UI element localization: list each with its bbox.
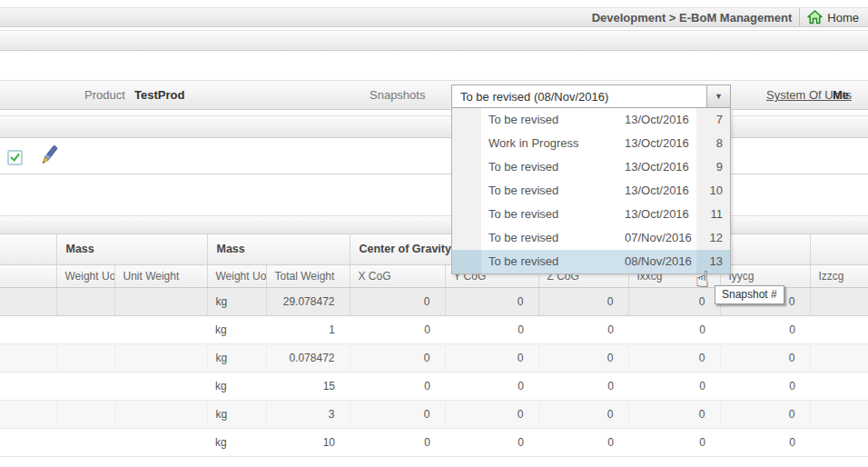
grid-cell[interactable] <box>810 428 868 456</box>
grid-cell[interactable]: 0 <box>538 315 628 343</box>
grid-cell[interactable]: 0 <box>628 315 720 343</box>
grid-cell[interactable]: 0 <box>350 428 445 456</box>
grid-cell[interactable]: 0 <box>720 343 810 372</box>
grid-cell[interactable] <box>114 315 207 343</box>
grid-cell[interactable] <box>114 343 207 372</box>
grid-cell[interactable]: 0 <box>350 400 445 428</box>
grid-cell[interactable]: 0 <box>720 372 810 400</box>
grid-cell[interactable] <box>0 315 56 343</box>
grid-cell[interactable]: kg <box>207 343 266 372</box>
grid-cell[interactable]: 0 <box>538 400 628 428</box>
snapshot-option-number: 7 <box>716 113 723 126</box>
grid-cell[interactable] <box>56 287 114 315</box>
grid-cell[interactable]: 0 <box>350 372 445 400</box>
grid-cell[interactable]: kg <box>207 315 266 343</box>
grid-cell[interactable]: 0 <box>628 400 720 428</box>
grid-cell[interactable] <box>810 287 868 315</box>
topbar-separator <box>799 8 800 26</box>
grid-cell[interactable]: 0 <box>350 287 445 315</box>
breadcrumb[interactable]: Development > E-BoM Management <box>592 11 793 25</box>
grid-cell[interactable]: 0 <box>720 400 810 428</box>
grid-cell[interactable] <box>56 400 114 428</box>
snapshot-option[interactable]: Work in Progress13/Oct/20168 <box>452 132 730 155</box>
snapshot-option-status: To be revised <box>488 160 558 174</box>
grid-cell[interactable]: kg <box>207 400 266 428</box>
grid-cell[interactable]: 0 <box>538 343 628 372</box>
grid-cell[interactable] <box>0 400 56 428</box>
grid-cell[interactable]: 0 <box>538 287 628 315</box>
home-button[interactable]: Home <box>807 10 863 25</box>
grid-cell[interactable]: 0 <box>445 372 538 400</box>
snapshot-option-number: 11 <box>711 207 724 221</box>
snapshot-option-number-column <box>696 155 730 179</box>
snapshot-option[interactable]: To be revised07/Nov/201612 <box>452 226 730 250</box>
grid-cell[interactable]: 10 <box>266 428 350 456</box>
grid-cell[interactable]: 0 <box>445 400 538 428</box>
grid-row[interactable]: kg0.07847200000 <box>0 343 868 372</box>
grid-cell[interactable]: 0 <box>628 343 720 372</box>
grid-cell[interactable]: 0 <box>445 343 538 372</box>
grid-cell[interactable]: 0 <box>445 428 538 456</box>
snapshot-option-status: Work in Progress <box>488 136 578 150</box>
grid-cell[interactable] <box>114 372 207 400</box>
grid-cell[interactable] <box>0 343 56 372</box>
edit-button[interactable] <box>36 142 62 169</box>
measures-label-truncated[interactable]: Me <box>833 88 849 102</box>
grid-cell[interactable]: 0 <box>445 315 538 343</box>
grid-cell[interactable] <box>0 372 56 400</box>
grid-cell[interactable] <box>810 372 868 400</box>
grid-cell[interactable] <box>56 343 114 372</box>
grid-cell[interactable] <box>114 400 207 428</box>
grid-cell[interactable] <box>56 372 114 400</box>
grid-cell[interactable] <box>810 315 868 343</box>
snapshot-option[interactable]: To be revised13/Oct/201611 <box>452 203 730 226</box>
grid-cell[interactable]: 3 <box>266 400 350 428</box>
grid-cell[interactable]: 0 <box>628 372 720 400</box>
grid-cell[interactable]: kg <box>207 372 266 400</box>
grid-cell[interactable] <box>0 287 56 315</box>
grid-column-header[interactable]: Unit Weight <box>114 264 207 287</box>
grid-cell[interactable]: kg <box>207 287 266 315</box>
grid-cell[interactable] <box>810 400 868 428</box>
select-all-button[interactable] <box>5 148 24 166</box>
grid-cell[interactable]: 0 <box>350 315 445 343</box>
snapshot-combobox-dropdown-button[interactable]: ▼ <box>706 85 730 107</box>
grid-row[interactable]: kg1500000 <box>0 372 868 400</box>
grid-column-header[interactable]: Iyycg <box>720 264 810 287</box>
grid-cell[interactable]: 0 <box>445 287 538 315</box>
grid-column-header[interactable] <box>0 264 56 287</box>
grid-cell[interactable] <box>56 428 114 456</box>
grid-cell[interactable] <box>810 343 868 372</box>
grid-cell[interactable]: 0 <box>538 372 628 400</box>
snapshot-option[interactable]: To be revised13/Oct/20169 <box>452 155 730 179</box>
grid-cell[interactable] <box>56 315 114 343</box>
grid-cell[interactable]: 0 <box>538 428 628 456</box>
snapshot-option[interactable]: To be revised13/Oct/20167 <box>452 108 730 132</box>
grid-column-header[interactable]: Total Weight <box>266 264 350 287</box>
grid-column-header[interactable]: Weight UoM <box>207 264 266 287</box>
grid-cell[interactable]: 15 <box>266 372 350 400</box>
grid-cell[interactable] <box>0 428 56 456</box>
grid-row[interactable]: kg1000000 <box>0 428 868 456</box>
grid-row[interactable]: kg300000 <box>0 400 868 428</box>
checkbox-checked-icon <box>7 150 23 165</box>
grid-column-header[interactable]: X CoG <box>350 264 445 287</box>
grid-cell[interactable] <box>114 428 207 456</box>
grid-cell[interactable]: 0 <box>720 428 810 456</box>
grid-cell[interactable]: 1 <box>266 315 350 343</box>
grid-row[interactable]: kg100000 <box>0 315 868 343</box>
grid-cell[interactable]: 0 <box>350 343 445 372</box>
home-label: Home <box>827 11 859 25</box>
grid-cell[interactable] <box>114 287 207 315</box>
grid-cell[interactable]: 0 <box>628 428 720 456</box>
snapshot-option[interactable]: To be revised13/Oct/201610 <box>452 179 730 203</box>
grid-column-header[interactable]: Weight UoM <box>56 264 114 287</box>
grid-cell[interactable]: 29.078472 <box>266 287 350 315</box>
grid-cell[interactable]: kg <box>207 428 266 456</box>
snapshot-combobox[interactable]: To be revised (08/Nov/2016) ▼ <box>451 84 731 108</box>
snapshot-option-date: 13/Oct/2016 <box>625 207 689 221</box>
grid-cell[interactable]: 0.078472 <box>266 343 350 372</box>
grid-cell[interactable]: 0 <box>720 315 810 343</box>
snapshot-option[interactable]: To be revised08/Nov/201613 <box>452 250 730 273</box>
grid-column-header[interactable]: Izzcg <box>810 264 868 287</box>
